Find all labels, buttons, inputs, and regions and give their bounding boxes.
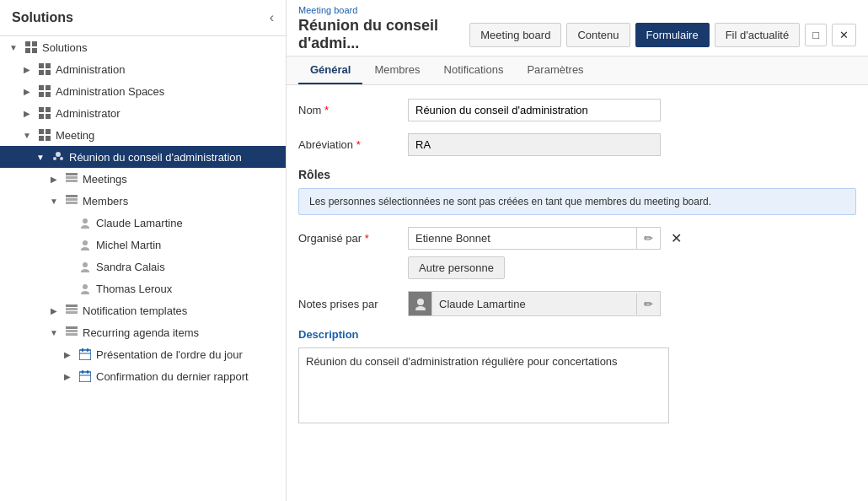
table-icon-members xyxy=(64,193,79,208)
tree-item-presentation[interactable]: Présentation de l'ordre du jour xyxy=(0,343,286,365)
chevron-solutions[interactable] xyxy=(7,40,20,54)
svg-rect-40 xyxy=(66,326,78,329)
svg-rect-45 xyxy=(87,348,88,352)
tree-label-meeting: Meeting xyxy=(56,129,94,142)
svg-rect-48 xyxy=(82,370,83,374)
svg-point-29 xyxy=(83,218,88,224)
tree-item-administrator[interactable]: Administrator xyxy=(0,102,286,124)
nav-tab-parametres[interactable]: Paramètres xyxy=(515,57,595,84)
svg-rect-9 xyxy=(46,85,51,90)
svg-rect-2 xyxy=(25,48,30,53)
svg-rect-6 xyxy=(39,70,44,75)
calendar-icon-presentation xyxy=(78,347,93,362)
chevron-presentation[interactable] xyxy=(61,347,74,361)
description-textarea[interactable]: Réunion du conseil d'administration régu… xyxy=(298,347,669,423)
spacer-sandra: ▶ xyxy=(61,260,74,273)
chevron-reunion[interactable] xyxy=(34,150,47,164)
nav-tab-membres[interactable]: Membres xyxy=(362,57,431,84)
svg-rect-43 xyxy=(79,350,91,360)
svg-rect-26 xyxy=(66,195,78,197)
tree-item-sandra[interactable]: ▶ Sandra Calais xyxy=(0,256,286,277)
organise-par-value: Etienne Bonnet xyxy=(409,228,636,249)
tree-label-recurring: Recurring agenda items xyxy=(83,326,199,339)
tree-item-meeting[interactable]: Meeting xyxy=(0,124,286,146)
svg-rect-24 xyxy=(66,176,78,179)
svg-point-21 xyxy=(53,157,56,160)
close-button[interactable]: ✕ xyxy=(832,24,856,46)
tree-label-members: Members xyxy=(83,195,128,207)
svg-rect-42 xyxy=(66,333,78,336)
svg-point-51 xyxy=(417,299,424,305)
tab-meeting-board[interactable]: Meeting board xyxy=(469,23,561,47)
svg-rect-27 xyxy=(66,198,78,201)
grid-icon-administrator xyxy=(37,105,52,121)
autre-personne-button[interactable]: Autre personne xyxy=(408,256,505,279)
nav-tab-general[interactable]: Général xyxy=(298,57,362,84)
tree-item-claude[interactable]: ▶ Claude Lamartine xyxy=(0,212,286,234)
tab-formulaire[interactable]: Formulaire xyxy=(635,23,710,47)
tree-item-thomas[interactable]: ▶ Thomas Leroux xyxy=(0,277,286,299)
grid-icon-adminspaces xyxy=(37,84,52,99)
tree-label-presentation: Présentation de l'ordre du jour xyxy=(96,348,243,361)
svg-rect-7 xyxy=(46,70,51,75)
tree-item-confirmation[interactable]: Confirmation du dernier rapport xyxy=(0,365,286,387)
tree-item-michel[interactable]: ▶ Michel Martin xyxy=(0,234,286,256)
spacer-thomas: ▶ xyxy=(61,282,74,295)
main-content: Meeting board Réunion du conseil d'admi.… xyxy=(287,0,868,501)
sidebar-header: Solutions ‹ xyxy=(0,0,286,36)
organise-par-input-wrap: Etienne Bonnet ✏ xyxy=(408,227,661,250)
tab-contenu[interactable]: Contenu xyxy=(566,23,630,47)
svg-rect-8 xyxy=(39,85,44,90)
organise-par-row: Organisé par * Etienne Bonnet ✏ ✕ xyxy=(298,227,856,250)
tree-label-confirmation: Confirmation du dernier rapport xyxy=(96,370,249,383)
user-icon-claude xyxy=(78,215,93,230)
nav-tab-notifications[interactable]: Notifications xyxy=(432,57,516,84)
tree-item-meetings[interactable]: Meetings xyxy=(0,168,286,190)
svg-rect-1 xyxy=(32,41,37,46)
svg-rect-39 xyxy=(66,311,78,314)
abreviation-row: Abréviation * xyxy=(298,133,856,156)
abreviation-label: Abréviation * xyxy=(298,138,408,151)
meeting-icon-reunion xyxy=(51,149,66,164)
svg-rect-11 xyxy=(46,92,51,97)
svg-point-31 xyxy=(83,240,88,245)
svg-point-30 xyxy=(81,225,89,229)
sidebar-collapse-button[interactable]: ‹ xyxy=(270,10,274,25)
notes-par-edit-button[interactable]: ✏ xyxy=(636,294,660,315)
tree-item-recurring[interactable]: Recurring agenda items xyxy=(0,321,286,343)
tree-item-admin-spaces[interactable]: Administration Spaces xyxy=(0,80,286,102)
tree-label-administrator: Administrator xyxy=(56,107,121,120)
chevron-administrator[interactable] xyxy=(20,106,34,120)
svg-point-33 xyxy=(83,262,88,267)
tab-fil-actualite[interactable]: Fil d'actualité xyxy=(715,23,800,47)
tree-item-administration[interactable]: Administration xyxy=(0,58,286,80)
abreviation-input[interactable] xyxy=(408,133,661,156)
tree-item-solutions[interactable]: Solutions xyxy=(0,36,286,58)
tree-label-admin-spaces: Administration Spaces xyxy=(56,85,164,98)
svg-point-20 xyxy=(56,152,61,157)
organise-par-clear-button[interactable]: ✕ xyxy=(664,227,689,250)
table-icon-meetings xyxy=(64,171,79,186)
svg-point-32 xyxy=(81,247,89,250)
chevron-members[interactable] xyxy=(47,194,61,207)
notes-par-label: Notes prises par xyxy=(298,298,408,310)
required-indicator: * xyxy=(324,104,329,116)
tree-item-members[interactable]: Members xyxy=(0,190,286,212)
nom-input[interactable] xyxy=(408,99,661,121)
chevron-administration[interactable] xyxy=(20,62,34,76)
notes-avatar xyxy=(409,292,432,315)
tree-label-claude: Claude Lamartine xyxy=(96,217,183,229)
notes-par-row: Notes prises par Claude Lamartine ✏ xyxy=(298,291,856,316)
chevron-admin-spaces[interactable] xyxy=(20,84,34,98)
tree-item-notification-templates[interactable]: Notification templates xyxy=(0,299,286,321)
chevron-notif-templates[interactable] xyxy=(47,304,61,317)
chevron-meetings[interactable] xyxy=(47,172,61,186)
svg-rect-23 xyxy=(66,173,78,175)
organise-par-edit-button[interactable]: ✏ xyxy=(636,228,660,249)
chevron-recurring[interactable] xyxy=(47,326,61,339)
chevron-meeting[interactable] xyxy=(20,128,34,142)
sidebar-title: Solutions xyxy=(12,10,73,25)
tree-item-reunion[interactable]: Réunion du conseil d'administration xyxy=(0,146,286,168)
chevron-confirmation[interactable] xyxy=(61,369,74,383)
window-restore-button[interactable]: □ xyxy=(805,24,827,46)
